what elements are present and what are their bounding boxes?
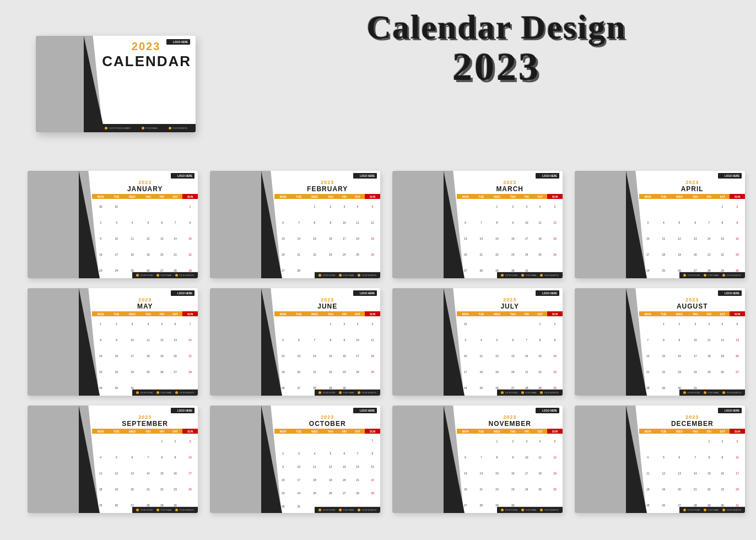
right-section: LOGO HERE 2023 MAY MONTUEWEDTHUFRISATSUN… [92, 288, 198, 396]
cal-day: 21 [350, 473, 365, 487]
cal-day: 23 [505, 481, 520, 497]
day-header-wed: WED [306, 194, 323, 199]
cal-day: 12 [156, 332, 168, 348]
cal-day [521, 316, 533, 332]
cal-day: 22 [92, 364, 109, 380]
right-section: LOGO HERE 2023 NOVEMBER MONTUEWEDTHUFRIS… [457, 406, 563, 513]
cal-day: 17 [291, 473, 306, 487]
table-row: 13141516171819 [457, 231, 563, 247]
cal-day: 18 [474, 364, 489, 380]
day-header-thu: THU [323, 311, 338, 316]
cal-day: 17 [124, 348, 141, 364]
cal-day: 23 [338, 364, 350, 380]
cal-day: 12 [365, 215, 380, 231]
cal-day: 9 [92, 231, 109, 247]
cal-year: 2023 [457, 180, 563, 185]
cal-day: 16 [323, 231, 338, 247]
table-row: 11121314151617 [639, 466, 745, 482]
day-header-sun: SUN [182, 194, 198, 199]
cal-day [109, 434, 124, 450]
cal-day: 12 [323, 460, 338, 473]
table-row: 123 [92, 434, 198, 450]
cal-day: 17 [109, 246, 124, 262]
cal-day: 13 [124, 466, 141, 482]
cal-year: 2023 [92, 297, 198, 303]
cal-day: 13 [457, 466, 473, 482]
cal-year: 2023 [639, 414, 745, 420]
table-row: 20212223242526 [457, 481, 563, 497]
cal-day: 5 [715, 316, 730, 332]
cal-day [291, 434, 306, 447]
right-section: LOGO HERE 2023 DECEMBER MONTUEWEDTHUFRIS… [639, 406, 745, 513]
cal-footer: YOUR PHONE YOUR EMAIL YOUR WEBSITE [679, 389, 745, 396]
day-header-mon: MON [274, 311, 291, 316]
cal-month-name: MARCH [457, 185, 563, 193]
cal-day: 8 [703, 450, 715, 466]
day-header-wed: WED [489, 429, 505, 434]
cal-day: 3 [291, 447, 306, 460]
cal-month-name: MAY [92, 303, 198, 310]
cal-day: 19 [141, 246, 155, 262]
day-header-tue: TUE [109, 194, 124, 199]
cal-day: 16 [730, 231, 745, 247]
cal-day: 17 [457, 364, 473, 380]
cal-day: 22 [533, 364, 547, 380]
calendar-card-october: LOGO HERE 2023 OCTOBER MONTUEWEDTHUFRISA… [210, 406, 380, 513]
cal-day: 20 [457, 481, 473, 497]
day-header-sat: SAT [533, 311, 547, 316]
cal-day: 23 [323, 246, 338, 262]
cal-day: 16 [505, 231, 520, 247]
cal-day: 12 [274, 348, 291, 364]
cal-day: 26 [109, 497, 124, 513]
day-header-sun: SUN [182, 429, 198, 434]
cal-day: 1 [365, 434, 380, 447]
cal-day: 2 [323, 199, 338, 215]
table-row: 45678910 [92, 450, 198, 466]
table-row: 2345678 [92, 215, 198, 231]
cal-day: 24 [109, 262, 124, 278]
cal-day: 3 [109, 215, 124, 231]
day-header-mon: MON [92, 194, 109, 199]
cal-day: 15 [715, 231, 730, 247]
cal-year: 2023 [92, 414, 198, 420]
cal-day: 22 [365, 473, 380, 487]
cal-day: 15 [489, 466, 505, 482]
day-header-thu: THU [505, 194, 520, 199]
cal-day: 18 [703, 348, 715, 364]
cal-day [156, 199, 168, 215]
day-header-sat: SAT [715, 194, 730, 199]
cal-day: 17 [521, 231, 533, 247]
cal-day: 4 [533, 434, 547, 450]
cal-table: MONTUEWEDTHUFRISATSUN 123 45678910 [92, 429, 198, 513]
cal-day: 24 [124, 364, 141, 380]
day-header-sat: SAT [533, 429, 547, 434]
cal-day: 16 [671, 348, 688, 364]
cal-day: 29 [92, 380, 109, 396]
day-header-sat: SAT [533, 194, 547, 199]
cal-day: 6 [291, 332, 306, 348]
cal-day: 9 [323, 215, 338, 231]
table-row: 15161718192021 [92, 348, 198, 364]
cal-day: 6 [688, 215, 703, 231]
cal-day: 1 [533, 316, 547, 332]
cal-day: 24 [521, 246, 533, 262]
cal-day: 11 [533, 450, 547, 466]
day-header-fri: FRI [703, 311, 715, 316]
table-row: 21222324252627 [639, 364, 745, 380]
header-title: Calendar Design 2023 [237, 10, 756, 87]
cal-day: 19 [656, 481, 671, 497]
logo-area: LOGO HERE [92, 406, 198, 413]
cal-day: 15 [656, 348, 671, 364]
cal-day: 3 [182, 434, 198, 450]
cal-day: 26 [323, 487, 338, 500]
cal-day [92, 434, 109, 450]
calendar-card-january: LOGO HERE 2023 JANUARY MONTUEWEDTHUFRISA… [28, 171, 198, 278]
cal-day: 4 [306, 447, 323, 460]
cal-day: 10 [457, 348, 473, 364]
day-header-mon: MON [457, 311, 473, 316]
cal-footer: YOUR PHONE YOUR EMAIL YOUR WEBSITE [497, 506, 563, 513]
cal-day [306, 316, 323, 332]
cal-day: 21 [639, 364, 656, 380]
table-row: 16171819202122 [274, 473, 380, 487]
table-row: 11121314151617 [92, 466, 198, 482]
